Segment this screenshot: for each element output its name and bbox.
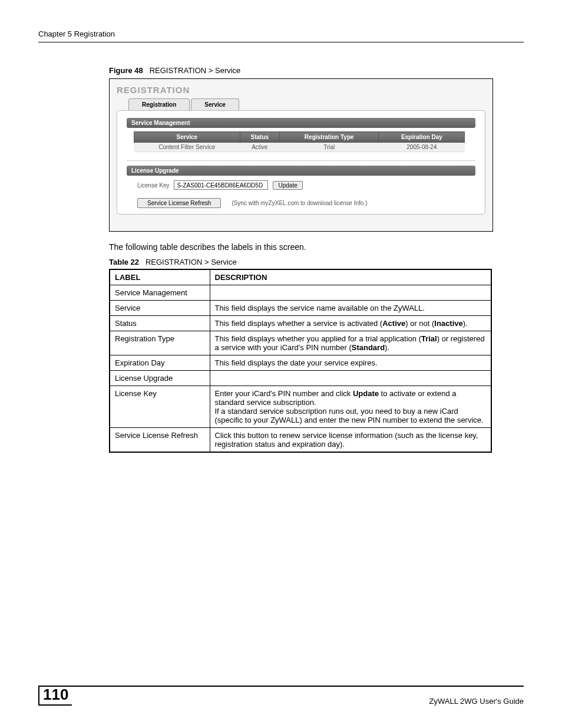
chapter-header: Chapter 5 Registration [38,29,524,42]
page-footer: 110 ZyWALL 2WG User's Guide [38,686,524,706]
cell-label: Registration Type [110,331,210,355]
cell-label: Service License Refresh [110,428,210,453]
cell-expday: 2005-08-24 [379,143,465,152]
th-label: LABEL [110,269,210,285]
page-title: REGISTRATION [117,85,485,95]
table-row: Content Filter Service Active Trial 2005… [134,143,465,152]
figure-title: REGISTRATION > Service [150,66,241,75]
col-service: Service [134,132,240,143]
section-service-management: Service Management [127,118,475,128]
table-title: REGISTRATION > Service [146,258,237,266]
license-key-input[interactable] [174,180,268,190]
license-key-label: License Key [137,182,169,189]
cell-label: Service [110,301,210,316]
table-row: Registration Type This field displays wh… [110,331,491,355]
page-number: 110 [38,686,72,706]
table-row: License Key Enter your iCard's PIN numbe… [110,386,491,428]
table-row: Status This field displays whether a ser… [110,316,491,331]
tab-service[interactable]: Service [191,98,239,110]
cell-desc [210,371,491,386]
refresh-hint: (Sync with myZyXEL.com to download licen… [232,200,367,206]
table-row: Service License Refresh Click this butto… [110,428,491,453]
service-table: Service Status Registration Type Expirat… [134,131,465,152]
divider [127,160,475,161]
col-regtype: Registration Type [280,132,379,143]
service-license-refresh-button[interactable]: Service License Refresh [137,198,221,208]
cell-label: Expiration Day [110,355,210,371]
cell-desc [210,285,491,301]
footer-title: ZyWALL 2WG User's Guide [429,697,524,706]
cell-desc: This field displays whether a service is… [210,316,491,331]
description-table: LABEL DESCRIPTION Service Management Ser… [109,269,492,453]
cell-desc: Enter your iCard's PIN number and click … [210,386,491,428]
tab-registration[interactable]: Registration [128,98,190,110]
cell-label: Status [110,316,210,331]
cell-service: Content Filter Service [134,143,240,152]
table-caption: Table 22 REGISTRATION > Service [109,258,524,266]
figure-label: Figure 48 [109,66,143,75]
registration-screenshot: REGISTRATION Registration Service Servic… [109,78,493,232]
col-expday: Expiration Day [379,132,465,143]
cell-desc: Click this button to renew service licen… [210,428,491,453]
table-label: Table 22 [109,258,139,266]
table-row: Expiration Day This field displays the d… [110,355,491,371]
table-row: Service This field displays the service … [110,301,491,316]
intro-text: The following table describes the labels… [109,242,524,252]
cell-label: Service Management [110,285,210,301]
col-status: Status [240,132,279,143]
cell-label: License Key [110,386,210,428]
cell-label: License Upgrade [110,371,210,386]
cell-desc: This field displays the date your servic… [210,355,491,371]
table-row: License Upgrade [110,371,491,386]
cell-status: Active [240,143,279,152]
th-desc: DESCRIPTION [210,269,491,285]
cell-desc: This field displays whether you applied … [210,331,491,355]
section-license-upgrade: License Upgrade [127,166,475,176]
table-row: Service Management [110,285,491,301]
cell-regtype: Trial [280,143,379,152]
cell-desc: This field displays the service name ava… [210,301,491,316]
figure-caption: Figure 48 REGISTRATION > Service [109,66,524,75]
update-button[interactable]: Update [273,181,302,190]
